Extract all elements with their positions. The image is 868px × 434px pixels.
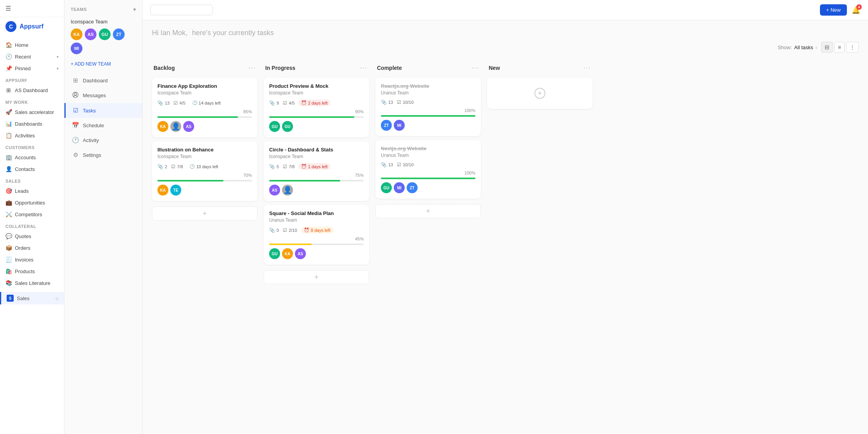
card-avatars: ZT MI	[381, 120, 475, 131]
sidebar-item-sales-accelerator[interactable]: 🚀 Sales accelerator	[0, 106, 64, 118]
paperclip-icon: 📎	[157, 100, 163, 106]
task-count: ☑7/8	[171, 164, 183, 169]
avatar-ka[interactable]: KA	[71, 28, 82, 40]
column-title: Complete	[377, 65, 402, 71]
sidebar-item-quotes[interactable]: 💬 Quotes	[0, 230, 64, 242]
attachment-count: 📎9	[269, 100, 279, 106]
progress-label: 70%	[157, 173, 252, 178]
card-meta: 📎5 ☑7/8 ⏰1 days left	[269, 163, 364, 170]
alarm-icon: ⏰	[304, 228, 309, 233]
section-collateral: Collateral	[0, 220, 64, 230]
add-team-btn[interactable]: + ADD NEW TEAM	[64, 59, 142, 73]
list-view-btn[interactable]: ≡	[834, 42, 845, 53]
app-logo: C Appsurf	[0, 17, 64, 36]
kanban-view-btn[interactable]: ⊟	[821, 42, 833, 53]
alarm-icon: ⏰	[301, 100, 307, 105]
card-meta: 📎13 ☑4/5 🕐14 days left	[157, 100, 252, 106]
attachment-count: 📎0	[269, 228, 279, 233]
progress-bar	[269, 116, 364, 118]
progress-bar	[269, 244, 364, 245]
new-button[interactable]: + New	[820, 4, 847, 16]
paperclip-icon: 📎	[381, 162, 387, 167]
sidebar-item-invoices[interactable]: 🧾 Invoices	[0, 254, 64, 265]
sidebar-item-leads[interactable]: 🎯 Leads	[0, 185, 64, 197]
sidebar-item-label: Sales Literature	[15, 280, 50, 286]
mid-nav-settings[interactable]: ⚙ Settings	[64, 148, 142, 162]
sidebar-item-contacts[interactable]: 👤 Contacts	[0, 163, 64, 175]
sidebar-item-label: Orders	[15, 245, 30, 251]
paperclip-icon: 📎	[269, 100, 275, 106]
chevron-left-icon[interactable]: ‹	[815, 44, 817, 50]
sidebar-item-pinned[interactable]: 📌 Pinned ▾	[0, 62, 64, 74]
sidebar-item-sales-literature[interactable]: 📚 Sales Literature	[0, 277, 64, 289]
page-greeting: Hi Ian Mok, here's your currently tasks	[152, 28, 859, 37]
card-avatars: GU KA AS	[269, 248, 364, 259]
task-count: ☑4/5	[173, 100, 185, 106]
notification-badge: 4	[856, 4, 862, 10]
progress-fill	[381, 178, 475, 179]
mid-nav-dashboard[interactable]: ⊞ Dashboard	[64, 73, 142, 88]
avatar: KA	[282, 248, 293, 259]
add-card-button[interactable]: +	[264, 270, 369, 284]
task-count: ☑7/8	[283, 164, 295, 169]
add-card-button[interactable]: +	[375, 204, 481, 218]
sidebar-item-label: Activities	[15, 133, 35, 139]
card-avatars: KA TE	[157, 185, 252, 196]
sidebar-item-sales-bottom[interactable]: S Sales ◇	[0, 292, 64, 304]
sidebar-item-competitors[interactable]: ⚔️ Competitors	[0, 208, 64, 220]
sidebar-item-home[interactable]: 🏠 Home	[0, 39, 64, 51]
column-menu-icon[interactable]: ···	[472, 64, 479, 71]
sidebar-item-label: Invoices	[15, 257, 34, 263]
avatar: TE	[170, 185, 181, 196]
column-menu-icon[interactable]: ···	[360, 64, 368, 71]
alarm-icon: ⏰	[301, 164, 307, 169]
column-title: In Progress	[265, 65, 295, 71]
mid-nav-schedule[interactable]: 📅 Schedule	[64, 118, 142, 133]
sidebar-item-label: Home	[15, 42, 29, 48]
notifications-button[interactable]: 🔔 4	[852, 6, 860, 14]
mid-nav-messages[interactable]: Messages	[64, 88, 142, 103]
search-input[interactable]	[150, 5, 213, 15]
mid-sidebar: TEAMS ▾ Iconspace Team KA AS GU ZT MI + …	[64, 0, 143, 434]
team-name: Iconspace Team	[64, 16, 142, 28]
sidebar-bottom-label: Sales	[17, 295, 30, 301]
app-name: Appsurf	[20, 23, 43, 30]
sidebar-item-dashboards[interactable]: 📊 Dashboards	[0, 118, 64, 130]
avatar: GU	[381, 182, 392, 193]
card-meta: 📎9 ☑4/5 ⏰2 days left	[269, 100, 364, 106]
sidebar-item-opportunities[interactable]: 💼 Opportunities	[0, 197, 64, 208]
mid-nav-tasks[interactable]: ☑ Tasks	[64, 103, 142, 118]
avatar-as[interactable]: AS	[85, 28, 96, 40]
column-header: New ···	[487, 62, 593, 74]
add-card-button[interactable]: +	[152, 206, 257, 221]
attachment-count: 📎5	[269, 164, 279, 169]
mid-nav-activity[interactable]: 🕐 Activity	[64, 133, 142, 148]
sidebar-item-as-dashboard[interactable]: ⊞ AS Dashboard	[0, 84, 64, 96]
sidebar-item-products[interactable]: 🛍️ Products	[0, 265, 64, 277]
progress-fill	[381, 115, 475, 117]
calendar-icon: 📅	[72, 122, 79, 129]
activity-icon: 📋	[5, 132, 12, 139]
column-menu-icon[interactable]: ···	[248, 64, 256, 71]
add-first-card-button[interactable]: +	[534, 88, 545, 99]
sidebar-item-orders[interactable]: 📦 Orders	[0, 242, 64, 254]
sidebar-item-activities[interactable]: 📋 Activities	[0, 130, 64, 141]
empty-column-card: +	[487, 78, 593, 109]
checkbox-icon: ☑	[283, 228, 287, 233]
attachment-count: 📎13	[381, 162, 393, 167]
avatar-mi[interactable]: MI	[71, 43, 82, 54]
column-title: New	[489, 65, 500, 71]
section-my-work: My Work	[0, 96, 64, 106]
sidebar-item-accounts[interactable]: 🏢 Accounts	[0, 151, 64, 163]
card-avatars: GU GU	[269, 121, 364, 132]
teams-header: TEAMS ▾	[64, 0, 142, 16]
hamburger-icon[interactable]: ☰	[5, 5, 11, 12]
compact-view-btn[interactable]: ⋮	[846, 42, 859, 53]
avatar-zt[interactable]: ZT	[113, 28, 125, 40]
avatar-gu[interactable]: GU	[99, 28, 111, 40]
teams-chevron-icon[interactable]: ▾	[133, 6, 136, 12]
sidebar-item-recent[interactable]: 🕐 Recent ▾	[0, 51, 64, 62]
sidebar-item-label: Dashboards	[15, 121, 42, 127]
column-menu-icon[interactable]: ···	[584, 64, 591, 71]
task-card: Reactjs.org Website Uranus Team 📎13 ☑10/…	[375, 78, 481, 136]
